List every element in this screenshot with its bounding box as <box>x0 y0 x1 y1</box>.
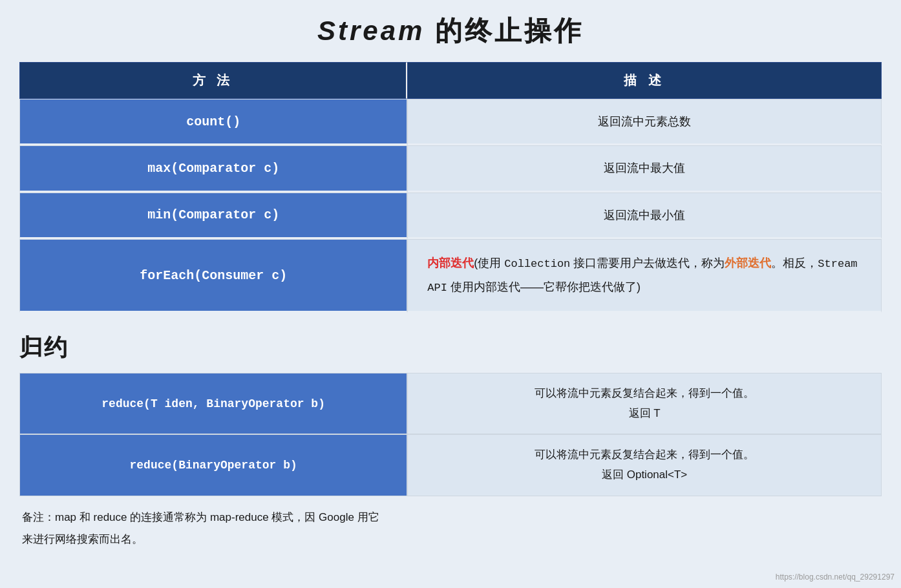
desc-max: 返回流中最大值 <box>407 145 882 192</box>
reduce-method-2: reduce(BinaryOperator b) <box>19 434 407 496</box>
method-max: max(Comparator c) <box>19 145 407 192</box>
reduce-desc-1: 可以将流中元素反复结合起来，得到一个值。返回 T <box>407 373 882 434</box>
col-description-header: 描 述 <box>407 62 882 99</box>
desc-min: 返回流中最小值 <box>407 193 882 239</box>
section-reduce-title: 归约 <box>19 332 882 364</box>
page-title: Stream 的终止操作 <box>19 13 882 49</box>
desc-count: 返回流中元素总数 <box>407 99 882 145</box>
table-row: count() 返回流中元素总数 <box>19 99 882 145</box>
table-row: max(Comparator c) 返回流中最大值 <box>19 145 882 192</box>
reduce-desc-2: 可以将流中元素反复结合起来，得到一个值。返回 Optional<T> <box>407 434 882 496</box>
desc-foreach: 内部迭代(使用 Collection 接口需要用户去做迭代，称为外部迭代。相反，… <box>407 239 882 313</box>
footnote-text: 备注：map 和 reduce 的连接通常称为 map-reduce 模式，因 … <box>19 507 882 551</box>
reduce-method-1: reduce(T iden, BinaryOperator b) <box>19 373 407 434</box>
foreach-highlight-inner: 内部迭代 <box>427 257 474 269</box>
table-row: min(Comparator c) 返回流中最小值 <box>19 193 882 239</box>
method-foreach: forEach(Consumer c) <box>19 239 407 313</box>
watermark: https://blog.csdn.net/qq_29291297 <box>776 572 895 582</box>
table-row: forEach(Consumer c) 内部迭代(使用 Collection 接… <box>19 239 882 313</box>
col-method-header: 方 法 <box>19 62 407 99</box>
reduce-table: reduce(T iden, BinaryOperator b) 可以将流中元素… <box>19 373 882 496</box>
method-min: min(Comparator c) <box>19 193 407 239</box>
table-row: reduce(BinaryOperator b) 可以将流中元素反复结合起来，得… <box>19 434 882 496</box>
methods-table: 方 法 描 述 count() 返回流中元素总数 max(Comparator … <box>19 62 882 313</box>
table-row: reduce(T iden, BinaryOperator b) 可以将流中元素… <box>19 373 882 434</box>
method-count: count() <box>19 99 407 145</box>
